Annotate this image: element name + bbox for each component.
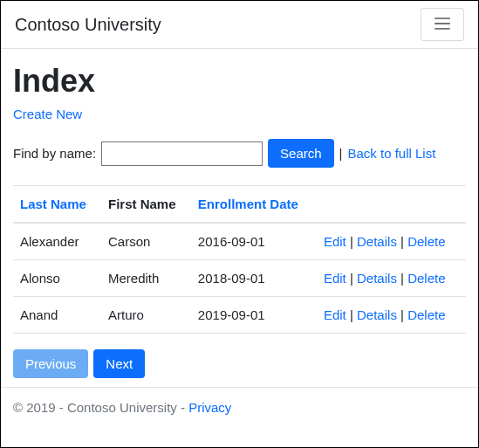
delete-link[interactable]: Delete	[407, 234, 445, 249]
details-link[interactable]: Details	[357, 271, 397, 286]
cell-first-name: Arturo	[101, 297, 191, 334]
edit-link[interactable]: Edit	[324, 271, 346, 286]
footer-text: © 2019 - Contoso University -	[13, 400, 188, 415]
search-label: Find by name:	[13, 146, 96, 161]
delete-link[interactable]: Delete	[407, 307, 445, 322]
col-first-name: First Name	[101, 186, 191, 224]
details-link[interactable]: Details	[357, 234, 397, 249]
delete-link[interactable]: Delete	[407, 271, 445, 286]
previous-button[interactable]: Previous	[13, 349, 88, 378]
pager: Previous Next	[13, 349, 466, 378]
cell-enrollment-date: 2019-09-01	[191, 297, 317, 334]
table-row: AlexanderCarson2016-09-01Edit | Details …	[13, 223, 466, 260]
navbar-brand[interactable]: Contoso University	[15, 15, 161, 35]
students-table: Last Name First Name Enrollment Date Ale…	[13, 185, 466, 334]
cell-first-name: Meredith	[101, 260, 191, 297]
details-link[interactable]: Details	[357, 307, 397, 322]
col-actions	[317, 186, 466, 224]
navbar: Contoso University	[1, 1, 478, 49]
cell-enrollment-date: 2018-09-01	[191, 260, 317, 297]
cell-enrollment-date: 2016-09-01	[191, 223, 317, 260]
col-enrollment-date-sort[interactable]: Enrollment Date	[198, 196, 298, 211]
page-title: Index	[13, 63, 466, 100]
search-button[interactable]: Search	[268, 139, 334, 168]
footer: © 2019 - Contoso University - Privacy	[1, 387, 478, 427]
edit-link[interactable]: Edit	[324, 234, 346, 249]
cell-actions: Edit | Details | Delete	[317, 260, 466, 297]
main-container: Index Create New Find by name: Search | …	[1, 49, 478, 387]
navbar-toggler-button[interactable]	[421, 8, 464, 41]
cell-last-name: Anand	[13, 297, 101, 334]
cell-last-name: Alexander	[13, 223, 101, 260]
cell-actions: Edit | Details | Delete	[317, 297, 466, 334]
cell-first-name: Carson	[101, 223, 191, 260]
col-last-name-sort[interactable]: Last Name	[20, 196, 86, 211]
edit-link[interactable]: Edit	[324, 307, 346, 322]
separator: |	[339, 146, 343, 161]
privacy-link[interactable]: Privacy	[188, 400, 231, 415]
create-new-link[interactable]: Create New	[13, 107, 82, 121]
table-row: AlonsoMeredith2018-09-01Edit | Details |…	[13, 260, 466, 297]
back-to-full-list-link[interactable]: Back to full List	[347, 146, 435, 161]
hamburger-icon	[433, 14, 452, 36]
table-row: AnandArturo2019-09-01Edit | Details | De…	[13, 297, 466, 334]
next-button[interactable]: Next	[93, 349, 145, 378]
search-row: Find by name: Search | Back to full List	[13, 139, 466, 168]
cell-last-name: Alonso	[13, 260, 101, 297]
cell-actions: Edit | Details | Delete	[317, 223, 466, 260]
search-input[interactable]	[101, 141, 263, 166]
